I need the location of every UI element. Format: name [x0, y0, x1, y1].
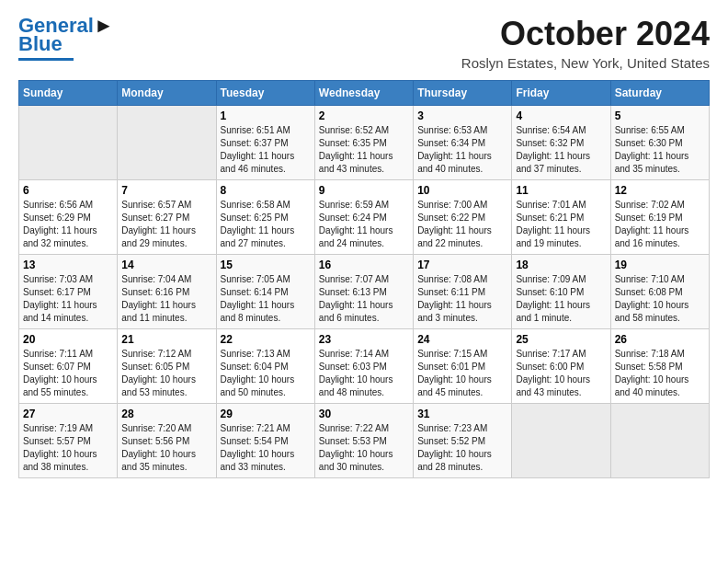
day-detail: Sunrise: 7:09 AM Sunset: 6:10 PM Dayligh… — [516, 273, 606, 325]
week-row-3: 13Sunrise: 7:03 AM Sunset: 6:17 PM Dayli… — [19, 255, 710, 329]
day-number: 29 — [221, 408, 311, 420]
day-cell: 27Sunrise: 7:19 AM Sunset: 5:57 PM Dayli… — [19, 404, 118, 478]
day-cell: 10Sunrise: 7:00 AM Sunset: 6:22 PM Dayli… — [414, 180, 512, 255]
day-cell: 4Sunrise: 6:54 AM Sunset: 6:32 PM Daylig… — [512, 106, 610, 180]
calendar-table: SundayMondayTuesdayWednesdayThursdayFrid… — [18, 80, 710, 478]
day-detail: Sunrise: 7:04 AM Sunset: 6:16 PM Dayligh… — [121, 273, 211, 325]
day-detail: Sunrise: 6:55 AM Sunset: 6:30 PM Dayligh… — [615, 124, 705, 176]
day-number: 7 — [121, 184, 211, 197]
day-detail: Sunrise: 6:53 AM Sunset: 6:34 PM Dayligh… — [417, 124, 507, 176]
day-detail: Sunrise: 7:20 AM Sunset: 5:56 PM Dayligh… — [121, 422, 211, 474]
day-cell: 20Sunrise: 7:11 AM Sunset: 6:07 PM Dayli… — [19, 329, 118, 404]
day-header-tuesday: Tuesday — [216, 81, 314, 106]
day-number: 11 — [516, 184, 606, 197]
day-detail: Sunrise: 7:13 AM Sunset: 6:04 PM Dayligh… — [221, 348, 311, 399]
logo-underline — [18, 58, 74, 61]
day-detail: Sunrise: 6:59 AM Sunset: 6:24 PM Dayligh… — [319, 199, 409, 250]
day-cell: 26Sunrise: 7:18 AM Sunset: 5:58 PM Dayli… — [610, 329, 709, 404]
day-detail: Sunrise: 7:05 AM Sunset: 6:14 PM Dayligh… — [221, 273, 311, 325]
day-detail: Sunrise: 7:12 AM Sunset: 6:05 PM Dayligh… — [121, 348, 211, 399]
day-header-monday: Monday — [118, 81, 216, 106]
title-block: October 2024 Roslyn Estates, New York, U… — [461, 15, 710, 71]
day-number: 23 — [319, 333, 409, 346]
day-cell — [610, 404, 709, 478]
day-detail: Sunrise: 7:02 AM Sunset: 6:19 PM Dayligh… — [615, 199, 705, 250]
day-number: 10 — [417, 184, 507, 197]
day-cell — [19, 106, 118, 180]
day-detail: Sunrise: 7:15 AM Sunset: 6:01 PM Dayligh… — [417, 348, 507, 399]
week-row-1: 1Sunrise: 6:51 AM Sunset: 6:37 PM Daylig… — [19, 106, 710, 180]
day-cell: 11Sunrise: 7:01 AM Sunset: 6:21 PM Dayli… — [512, 180, 610, 255]
day-cell: 16Sunrise: 7:07 AM Sunset: 6:13 PM Dayli… — [314, 255, 413, 329]
day-number: 18 — [516, 259, 606, 271]
day-cell: 12Sunrise: 7:02 AM Sunset: 6:19 PM Dayli… — [610, 180, 709, 255]
day-number: 25 — [516, 333, 606, 346]
day-cell: 29Sunrise: 7:21 AM Sunset: 5:54 PM Dayli… — [216, 404, 314, 478]
day-number: 1 — [221, 109, 311, 122]
day-cell: 1Sunrise: 6:51 AM Sunset: 6:37 PM Daylig… — [216, 106, 314, 180]
day-detail: Sunrise: 7:10 AM Sunset: 6:08 PM Dayligh… — [615, 273, 705, 325]
day-cell: 14Sunrise: 7:04 AM Sunset: 6:16 PM Dayli… — [118, 255, 216, 329]
day-header-saturday: Saturday — [610, 81, 709, 106]
day-cell: 3Sunrise: 6:53 AM Sunset: 6:34 PM Daylig… — [414, 106, 512, 180]
day-detail: Sunrise: 6:56 AM Sunset: 6:29 PM Dayligh… — [23, 199, 113, 250]
day-detail: Sunrise: 7:14 AM Sunset: 6:03 PM Dayligh… — [319, 348, 409, 399]
day-cell: 21Sunrise: 7:12 AM Sunset: 6:05 PM Dayli… — [118, 329, 216, 404]
day-cell — [118, 106, 216, 180]
day-cell: 15Sunrise: 7:05 AM Sunset: 6:14 PM Dayli… — [216, 255, 314, 329]
day-detail: Sunrise: 7:19 AM Sunset: 5:57 PM Dayligh… — [23, 422, 113, 474]
day-cell: 6Sunrise: 6:56 AM Sunset: 6:29 PM Daylig… — [19, 180, 118, 255]
week-row-5: 27Sunrise: 7:19 AM Sunset: 5:57 PM Dayli… — [19, 404, 710, 478]
day-cell: 17Sunrise: 7:08 AM Sunset: 6:11 PM Dayli… — [414, 255, 512, 329]
day-detail: Sunrise: 6:54 AM Sunset: 6:32 PM Dayligh… — [516, 124, 606, 176]
day-detail: Sunrise: 7:18 AM Sunset: 5:58 PM Dayligh… — [615, 348, 705, 399]
day-number: 26 — [615, 333, 705, 346]
day-cell: 13Sunrise: 7:03 AM Sunset: 6:17 PM Dayli… — [19, 255, 118, 329]
day-cell: 23Sunrise: 7:14 AM Sunset: 6:03 PM Dayli… — [314, 329, 413, 404]
day-number: 5 — [615, 109, 705, 122]
day-detail: Sunrise: 7:23 AM Sunset: 5:52 PM Dayligh… — [417, 422, 507, 474]
day-cell: 30Sunrise: 7:22 AM Sunset: 5:53 PM Dayli… — [314, 404, 413, 478]
day-cell: 18Sunrise: 7:09 AM Sunset: 6:10 PM Dayli… — [512, 255, 610, 329]
day-number: 22 — [221, 333, 311, 346]
week-row-4: 20Sunrise: 7:11 AM Sunset: 6:07 PM Dayli… — [19, 329, 710, 404]
calendar-title: October 2024 — [461, 15, 710, 53]
day-number: 2 — [319, 109, 409, 122]
day-detail: Sunrise: 7:21 AM Sunset: 5:54 PM Dayligh… — [221, 422, 311, 474]
day-number: 20 — [23, 333, 113, 346]
day-detail: Sunrise: 7:07 AM Sunset: 6:13 PM Dayligh… — [319, 273, 409, 325]
logo-text2: Blue — [18, 33, 63, 55]
day-header-sunday: Sunday — [19, 81, 118, 106]
day-detail: Sunrise: 6:58 AM Sunset: 6:25 PM Dayligh… — [221, 199, 311, 250]
day-detail: Sunrise: 6:51 AM Sunset: 6:37 PM Dayligh… — [221, 124, 311, 176]
day-number: 28 — [121, 408, 211, 420]
day-number: 16 — [319, 259, 409, 271]
day-detail: Sunrise: 7:22 AM Sunset: 5:53 PM Dayligh… — [319, 422, 409, 474]
day-cell: 9Sunrise: 6:59 AM Sunset: 6:24 PM Daylig… — [314, 180, 413, 255]
day-cell: 5Sunrise: 6:55 AM Sunset: 6:30 PM Daylig… — [610, 106, 709, 180]
day-header-wednesday: Wednesday — [314, 81, 413, 106]
day-detail: Sunrise: 7:03 AM Sunset: 6:17 PM Dayligh… — [23, 273, 113, 325]
day-number: 14 — [121, 259, 211, 271]
day-detail: Sunrise: 7:01 AM Sunset: 6:21 PM Dayligh… — [516, 199, 606, 250]
day-number: 4 — [516, 109, 606, 122]
day-number: 27 — [23, 408, 113, 420]
day-number: 8 — [221, 184, 311, 197]
day-number: 3 — [417, 109, 507, 122]
day-cell: 28Sunrise: 7:20 AM Sunset: 5:56 PM Dayli… — [118, 404, 216, 478]
day-cell: 8Sunrise: 6:58 AM Sunset: 6:25 PM Daylig… — [216, 180, 314, 255]
day-number: 9 — [319, 184, 409, 197]
day-number: 17 — [417, 259, 507, 271]
day-cell: 19Sunrise: 7:10 AM Sunset: 6:08 PM Dayli… — [610, 255, 709, 329]
page-header: General► Blue October 2024 Roslyn Estate… — [18, 15, 710, 71]
day-number: 30 — [319, 408, 409, 420]
calendar-subtitle: Roslyn Estates, New York, United States — [461, 55, 710, 71]
calendar-header-row: SundayMondayTuesdayWednesdayThursdayFrid… — [19, 81, 710, 106]
day-cell: 22Sunrise: 7:13 AM Sunset: 6:04 PM Dayli… — [216, 329, 314, 404]
day-cell: 2Sunrise: 6:52 AM Sunset: 6:35 PM Daylig… — [314, 106, 413, 180]
day-header-thursday: Thursday — [414, 81, 512, 106]
day-detail: Sunrise: 7:00 AM Sunset: 6:22 PM Dayligh… — [417, 199, 507, 250]
day-cell: 31Sunrise: 7:23 AM Sunset: 5:52 PM Dayli… — [414, 404, 512, 478]
day-cell: 24Sunrise: 7:15 AM Sunset: 6:01 PM Dayli… — [414, 329, 512, 404]
day-number: 31 — [417, 408, 507, 420]
